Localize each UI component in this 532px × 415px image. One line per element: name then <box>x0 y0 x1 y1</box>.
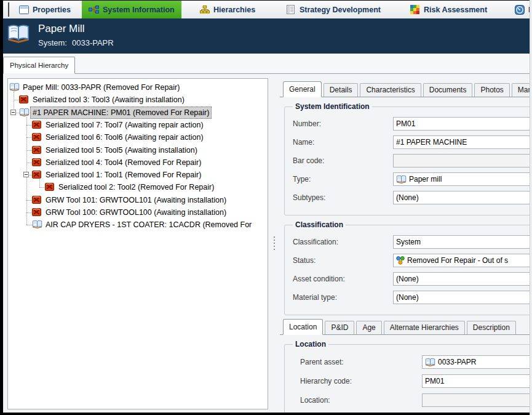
group-title: Location <box>293 340 328 349</box>
tree-item-label: Serialized tool 4: Tool4 (Removed For Re… <box>44 157 203 168</box>
toolbar-item-risk-assessment[interactable]: Risk Assessment <box>403 1 494 18</box>
status-value: Removed For Repair - Out of s <box>407 256 508 265</box>
hierarchy-code-label: Hierarchy code: <box>293 377 422 385</box>
tool-icon <box>32 120 42 129</box>
tree-item[interactable]: Serialized tool 3: Tool3 (Awaiting insta… <box>8 94 268 106</box>
tree-item-label: #1 PAPER MACHINE: PM01 (Removed For Repa… <box>31 107 211 118</box>
subtab-location[interactable]: Location <box>283 319 323 335</box>
tool-icon <box>32 170 42 179</box>
hierarchy-code-field[interactable]: PM01 <box>422 374 532 388</box>
tree-item[interactable]: #1 PAPER MACHINE: PM01 (Removed For Repa… <box>8 107 268 119</box>
book-icon <box>396 175 407 184</box>
name-field[interactable]: #1 PAPER MACHINE <box>393 135 532 149</box>
hierarchy-icon <box>199 5 210 15</box>
status-label: Status: <box>293 256 393 265</box>
tree-item-label: GRW Tool 100: GRWTOOL100 (Awaiting insta… <box>44 207 228 218</box>
parent-asset-field[interactable]: 0033-PAPR <box>422 355 532 369</box>
parent-asset-value: 0033-PAPR <box>438 358 476 366</box>
location-label: Location: <box>293 396 422 405</box>
tab-details[interactable]: Details <box>324 83 359 97</box>
toolbar-item-strategy-development[interactable]: Strategy Development <box>279 1 387 18</box>
name-value: #1 PAPER MACHINE <box>396 138 467 147</box>
tree-item[interactable]: Serialized tool 6: Tool6 (Awaiting repai… <box>8 131 268 143</box>
detail-panel: GeneralDetailsCharacteristicsDocumentsPh… <box>280 74 532 413</box>
tree-item[interactable]: Serialized tool 1: Tool1 (Removed For Re… <box>8 169 268 181</box>
name-label: Name: <box>293 138 393 147</box>
toolbar-item-in[interactable]: In <box>507 1 532 18</box>
field-row: Hierarchy code:PM01 <box>293 374 532 388</box>
asset-condition-label: Asset condition: <box>293 275 393 283</box>
toolbar-item-system-information[interactable]: System Information <box>82 1 181 18</box>
group-classification: Classification Classification:SystemStat… <box>284 220 532 315</box>
book-icon <box>425 358 435 367</box>
status-icon <box>396 256 405 265</box>
toolbar-item-hierarchies[interactable]: Hierarchies <box>193 1 262 18</box>
field-row: Classification:System <box>293 235 532 249</box>
tab-documents[interactable]: Documents <box>423 83 473 97</box>
book-icon <box>19 108 30 117</box>
tree-item-label: Serialized tool 2: Tool2 (Removed For Re… <box>57 182 216 193</box>
bar-code-label: Bar code: <box>293 156 393 165</box>
tab-photos[interactable]: Photos <box>474 83 509 97</box>
number-label: Number: <box>293 119 393 128</box>
subtypes-field[interactable]: (None) <box>393 191 532 204</box>
classification-field[interactable]: System <box>393 235 532 249</box>
tree-item-label: Paper Mill: 0033-PAPR (Removed For Repai… <box>21 82 181 93</box>
tool-icon <box>32 208 42 217</box>
tree-item[interactable]: GRW Tool 100: GRWTOOL100 (Awaiting insta… <box>8 206 268 219</box>
subtab-p-id[interactable]: P&ID <box>325 321 354 334</box>
material-type-label: Material type: <box>293 293 393 302</box>
field-row: Name:#1 PAPER MACHINE <box>293 135 532 149</box>
toolbar-item-label: Hierarchies <box>213 6 255 14</box>
type-field[interactable]: Paper mill <box>393 172 532 186</box>
field-row: Type:Paper mill <box>293 172 532 186</box>
tree-item[interactable]: Serialized tool 7: Tool7 (Awaiting repai… <box>8 119 268 131</box>
tree-item[interactable]: Serialized tool 5: Tool5 (Awaiting insta… <box>8 144 268 156</box>
field-row: Asset condition:(None) <box>293 272 532 286</box>
subtab-description[interactable]: Description <box>467 321 516 334</box>
subtitle-label: System: <box>38 38 67 47</box>
field-row: Status:Removed For Repair - Out of s <box>293 254 532 267</box>
subtypes-value: (None) <box>396 193 419 202</box>
subtab-alternate-hierarchies[interactable]: Alternate Hierarchies <box>384 321 465 334</box>
tab-physical-hierarchy[interactable]: Physical Hierarchy <box>3 57 75 74</box>
field-row: Material type:(None) <box>293 291 532 304</box>
main-content: Paper Mill: 0033-PAPR (Removed For Repai… <box>3 74 532 413</box>
tree-item-label: AIR CAP DRYERS - 1ST COATER: 1CACDR (Rem… <box>44 219 253 230</box>
material-type-field[interactable]: (None) <box>393 291 532 304</box>
tool-icon <box>32 195 42 204</box>
status-field[interactable]: Removed For Repair - Out of s <box>393 254 532 267</box>
bar-code-field[interactable] <box>393 154 532 167</box>
panel-splitter[interactable] <box>269 74 279 413</box>
app-window: PropertiesSystem InformationHierarchiesS… <box>0 0 532 415</box>
field-row: Location: <box>293 393 532 407</box>
tab-characteristics[interactable]: Characteristics <box>360 83 421 97</box>
detail-tabstrip: GeneralDetailsCharacteristicsDocumentsPh… <box>280 81 532 97</box>
collapse-toggle-icon[interactable] <box>10 110 16 115</box>
system-info-icon <box>89 5 99 15</box>
tree-item[interactable]: Paper Mill: 0033-PAPR (Removed For Repai… <box>8 81 268 94</box>
number-field[interactable]: PM01 <box>393 117 532 131</box>
tab-general[interactable]: General <box>283 81 322 97</box>
toolbar-item-properties[interactable]: Properties <box>12 1 77 18</box>
tree-item[interactable]: Serialized tool 4: Tool4 (Removed For Re… <box>8 156 268 169</box>
collapse-toggle-icon[interactable] <box>23 172 29 177</box>
open-book-icon <box>7 23 30 47</box>
tree-item[interactable]: AIR CAP DRYERS - 1ST COATER: 1CACDR (Rem… <box>8 219 268 231</box>
material-type-value: (None) <box>396 293 419 302</box>
asset-condition-field[interactable]: (None) <box>393 272 532 286</box>
location-field[interactable] <box>422 393 532 407</box>
type-label: Type: <box>293 175 393 183</box>
number-value: PM01 <box>396 119 415 128</box>
toolbar-item-label: Risk Assessment <box>424 6 487 14</box>
field-row: Subtypes:(None) <box>293 191 532 204</box>
window-icon <box>18 5 29 15</box>
field-row: Parent asset:0033-PAPR <box>293 355 532 369</box>
subtab-age[interactable]: Age <box>356 321 381 334</box>
group-location: Location Parent asset:0033-PAPRHierarchy… <box>284 340 532 413</box>
page-subtitle: System:0033-PAPR <box>38 38 119 47</box>
classification-value: System <box>396 238 421 246</box>
tree-item[interactable]: GRW Tool 101: GRWTOOL101 (Awaiting insta… <box>8 194 268 206</box>
subtitle-value: 0033-PAPR <box>72 38 114 47</box>
tree-item[interactable]: Serialized tool 2: Tool2 (Removed For Re… <box>8 181 268 193</box>
